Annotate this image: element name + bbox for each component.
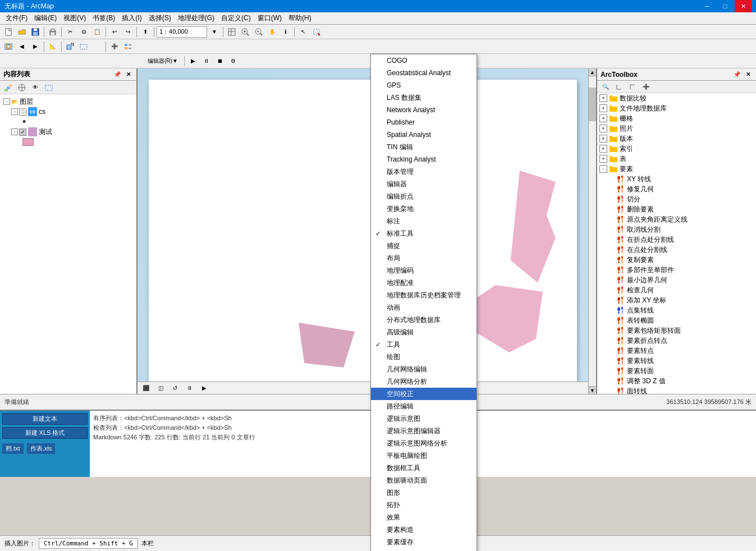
dropdown-item-6[interactable]: Spatial Analyst: [371, 128, 476, 141]
dropdown-item-39[interactable]: 要素缓存: [371, 536, 476, 548]
zoom-out[interactable]: [253, 26, 265, 38]
cs-expand[interactable]: -: [11, 108, 18, 115]
dropdown-item-10[interactable]: 编辑器: [371, 178, 476, 190]
dropdown-item-14[interactable]: 标准工具: [371, 227, 476, 240]
close-button[interactable]: ✕: [735, 0, 752, 12]
dropdown-item-35[interactable]: 图形: [371, 486, 476, 499]
atb-item-6[interactable]: +表: [597, 154, 756, 164]
dropdown-item-28[interactable]: 路径编辑: [371, 400, 476, 412]
atb-expand-4[interactable]: +: [599, 135, 607, 143]
menu-help[interactable]: 帮助(H): [285, 12, 315, 24]
zoom-in[interactable]: [239, 26, 251, 38]
dropdown-item-11[interactable]: 编辑折点: [371, 190, 476, 203]
dropdown-item-40[interactable]: 影像分类: [371, 548, 476, 551]
atb-item-18[interactable]: 最小边界几何: [597, 275, 756, 285]
scale-dropdown[interactable]: ▼: [208, 26, 221, 38]
dropdown-item-33[interactable]: 数据框工具: [371, 462, 476, 474]
cut-button[interactable]: ✂: [64, 26, 76, 38]
editor-pause[interactable]: ⏸: [200, 55, 213, 67]
scroll-down[interactable]: ▼: [589, 386, 596, 394]
dropdown-item-2[interactable]: GPS: [371, 79, 476, 91]
xls-file[interactable]: 作表.xls: [27, 443, 56, 454]
menu-geoprocess[interactable]: 地理处理(G): [175, 12, 218, 24]
menu-file[interactable]: 文件(F): [2, 12, 31, 24]
dropdown-item-12[interactable]: 变换栾地: [371, 203, 476, 215]
zoom-extent[interactable]: [2, 40, 15, 53]
list-by-selection[interactable]: [43, 81, 55, 94]
clear-select[interactable]: [310, 26, 323, 38]
dropdown-item-0[interactable]: COGO: [371, 54, 476, 67]
select-button[interactable]: ↖: [297, 26, 309, 38]
layers-expand-icon[interactable]: -: [3, 98, 10, 105]
map-bottom-btn-1[interactable]: ⬛: [140, 382, 152, 394]
redo-button[interactable]: ↪: [122, 26, 134, 38]
north-arrow[interactable]: ⬆: [139, 26, 152, 38]
dropdown-item-30[interactable]: 逻辑示意图编辑器: [371, 425, 476, 437]
atb-item-8[interactable]: XY 转线: [597, 174, 756, 184]
dropdown-item-3[interactable]: LAS 数据集: [371, 91, 476, 104]
atb-expand-2[interactable]: +: [599, 114, 607, 122]
atb-item-2[interactable]: +栅格: [597, 113, 756, 123]
atb-item-28[interactable]: 调整 3D Z 值: [597, 376, 756, 386]
atb-item-4[interactable]: +版本: [597, 134, 756, 144]
menu-view[interactable]: 视图(V): [60, 12, 89, 24]
menu-insert[interactable]: 插入(I): [118, 12, 145, 24]
atb-item-29[interactable]: 面转线: [597, 386, 756, 394]
dropdown-item-19[interactable]: 地理数据库历史档案管理: [371, 289, 476, 301]
atb-item-15[interactable]: 在点处分割线: [597, 245, 756, 255]
map-bottom-btn-5[interactable]: ▶: [198, 382, 210, 394]
atb-collapse-all[interactable]: [626, 81, 639, 93]
undo-button[interactable]: ↩: [108, 26, 121, 38]
dropdown-item-34[interactable]: 数据驱动页面: [371, 474, 476, 486]
dropdown-item-36[interactable]: 拓扑: [371, 499, 476, 511]
scroll-thumb[interactable]: [589, 88, 596, 121]
test-checkbox[interactable]: ✓: [19, 128, 26, 136]
dropdown-item-9[interactable]: 版本管理: [371, 166, 476, 178]
map-bottom-btn-4[interactable]: ⏸: [184, 382, 196, 394]
copy-button[interactable]: ⧉: [77, 26, 90, 38]
dropdown-item-24[interactable]: 绘图: [371, 351, 476, 363]
editor-settings[interactable]: ⚙: [227, 55, 240, 67]
test-expand[interactable]: -: [11, 128, 18, 135]
atb-pin-icon[interactable]: 📌: [732, 70, 741, 79]
dropdown-item-29[interactable]: 逻辑示意图: [371, 412, 476, 425]
atb-item-7[interactable]: -要素: [597, 164, 756, 174]
identify-button[interactable]: ℹ: [280, 26, 292, 38]
atb-expand-6[interactable]: +: [599, 155, 607, 163]
list-by-draw-order[interactable]: [2, 81, 15, 94]
editor-dropdown-button[interactable]: 编辑器(R)▼: [144, 55, 182, 67]
atb-item-0[interactable]: +数据比较: [597, 93, 756, 103]
atb-item-1[interactable]: +文件地理数据库: [597, 103, 756, 113]
dropdown-item-25[interactable]: 几何网络编辑: [371, 363, 476, 375]
legend-tool[interactable]: [122, 40, 134, 53]
scale-input[interactable]: 1：40,000: [157, 26, 207, 38]
atb-item-22[interactable]: 表转椭圆: [597, 315, 756, 325]
dropdown-item-37[interactable]: 效果: [371, 511, 476, 524]
atb-item-3[interactable]: +照片: [597, 123, 756, 134]
zoom-next[interactable]: ▶: [29, 40, 42, 53]
measure-tool[interactable]: 📐: [47, 40, 59, 53]
atb-close-icon[interactable]: ✕: [744, 70, 753, 79]
menu-customize[interactable]: 自定义(C): [218, 12, 254, 24]
layers-root-item[interactable]: - 📂 图层: [2, 97, 134, 107]
atb-item-5[interactable]: +索引: [597, 144, 756, 154]
atb-item-27[interactable]: 要素转面: [597, 366, 756, 376]
atb-item-20[interactable]: 添加 XY 坐标: [597, 295, 756, 305]
list-by-visibility[interactable]: 👁: [29, 81, 42, 94]
atb-expand-all[interactable]: [613, 81, 625, 93]
dropdown-item-26[interactable]: 几何网络分析: [371, 375, 476, 388]
scroll-track[interactable]: [589, 76, 596, 386]
paste-button[interactable]: 📋: [91, 26, 103, 38]
map-scrollbar[interactable]: ▲ ▼: [588, 68, 596, 394]
dropdown-item-38[interactable]: 要素构造: [371, 524, 476, 536]
atb-item-14[interactable]: 在折点处分割线: [597, 235, 756, 245]
dropdown-item-22[interactable]: 高级编辑: [371, 326, 476, 338]
atb-expand-3[interactable]: +: [599, 125, 607, 132]
dropdown-item-4[interactable]: Network Analyst: [371, 104, 476, 116]
panel-close-icon[interactable]: ✕: [124, 70, 133, 79]
panel-pin-icon[interactable]: 📌: [113, 70, 122, 79]
print-button[interactable]: [47, 26, 59, 38]
atb-item-13[interactable]: 取消线分割: [597, 224, 756, 235]
map-bottom-btn-2[interactable]: ◫: [154, 382, 167, 394]
zoom-full[interactable]: [226, 26, 238, 38]
